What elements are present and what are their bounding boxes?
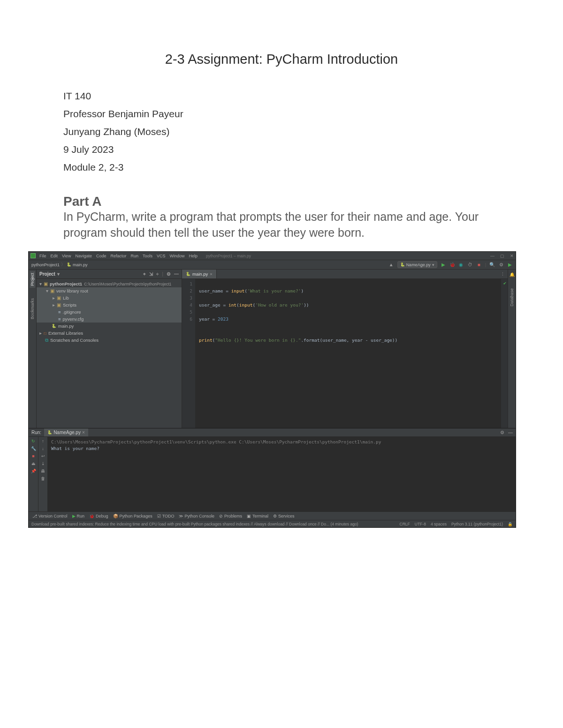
breadcrumb[interactable]: pythonProject1 〉 🐍 main.py bbox=[31, 262, 88, 268]
course-code: IT 140 bbox=[63, 90, 500, 102]
folder-icon: ▣ bbox=[50, 288, 54, 293]
tool-tab-database[interactable]: Database bbox=[509, 286, 515, 308]
bottom-tool-tabs: ⎇Version Control ▶Run 🐞Debug 📦Python Pac… bbox=[29, 511, 516, 520]
menu-run[interactable]: Run bbox=[130, 254, 138, 258]
print-icon[interactable]: 🖶 bbox=[41, 469, 45, 473]
run-tab[interactable]: 🐍 NameAge.py × bbox=[44, 428, 88, 436]
tree-item-label: Scratches and Consoles bbox=[50, 338, 99, 343]
profile-button-icon[interactable]: ⏱ bbox=[467, 262, 473, 268]
tree-lib[interactable]: ▸ ▣ Lib bbox=[37, 294, 182, 301]
menu-edit[interactable]: Edit bbox=[51, 254, 58, 258]
python-file-icon: 🐍 bbox=[52, 324, 56, 329]
chevron-down-icon[interactable]: ▾ bbox=[57, 271, 60, 277]
menu-window[interactable]: Window bbox=[170, 254, 185, 258]
close-tab-icon[interactable]: × bbox=[210, 271, 213, 277]
search-everywhere-icon[interactable]: 🔍 bbox=[489, 262, 495, 268]
run-anything-icon[interactable]: ▶ bbox=[507, 262, 513, 268]
close-button[interactable]: ✕ bbox=[510, 254, 514, 258]
debug-button-icon[interactable]: 🐞 bbox=[449, 262, 455, 268]
python-file-icon: 🐍 bbox=[67, 263, 71, 267]
menu-view[interactable]: View bbox=[62, 254, 71, 258]
coverage-button-icon[interactable]: ◉ bbox=[458, 262, 464, 268]
tool-tab-project[interactable]: Project bbox=[30, 271, 35, 288]
line-number: 5 bbox=[182, 308, 192, 315]
status-message[interactable]: Download pre-built shared indexes: Reduc… bbox=[31, 522, 358, 526]
status-line-sep[interactable]: CRLF bbox=[400, 522, 410, 526]
modify-run-icon[interactable]: 🔧 bbox=[31, 446, 36, 451]
scroll-end-icon[interactable]: ⤓ bbox=[41, 461, 45, 466]
tree-item-label: Lib bbox=[63, 295, 69, 300]
tab-problems[interactable]: ⊘Problems bbox=[219, 514, 242, 518]
project-panel-title: Project bbox=[39, 271, 55, 277]
scratches-icon: ⧉ bbox=[45, 338, 48, 343]
ide-settings-icon[interactable]: ⚙ bbox=[498, 262, 504, 268]
panel-settings-icon[interactable]: ⚙ bbox=[167, 271, 171, 277]
inspection-ok-icon[interactable]: ✔ bbox=[503, 280, 506, 285]
rerun-icon[interactable]: ↻ bbox=[31, 439, 35, 443]
notifications-icon[interactable]: 🔔 bbox=[510, 272, 515, 277]
tab-run[interactable]: ▶Run bbox=[72, 514, 85, 518]
stop-button-icon[interactable]: ■ bbox=[476, 262, 482, 268]
select-opened-file-icon[interactable]: ⌖ bbox=[143, 271, 146, 277]
menu-file[interactable]: File bbox=[39, 254, 46, 258]
menu-code[interactable]: Code bbox=[96, 254, 107, 258]
tab-python-packages[interactable]: 📦Python Packages bbox=[113, 514, 152, 518]
status-indent[interactable]: 4 spaces bbox=[431, 522, 447, 526]
line-number-gutter: 1 2 3 4 5 6 bbox=[182, 279, 195, 428]
tree-scripts[interactable]: ▸ ▣ Scripts bbox=[37, 301, 182, 308]
minimize-button[interactable]: — bbox=[490, 254, 495, 258]
console-line: What is your name? bbox=[51, 445, 512, 452]
tree-external-libs[interactable]: ▸ ⏍ External Libraries bbox=[37, 330, 182, 337]
menu-tools[interactable]: Tools bbox=[143, 254, 152, 258]
status-right: CRLF UTF-8 4 spaces Python 3.11 (pythonP… bbox=[400, 522, 513, 526]
up-stack-icon[interactable]: ↑ bbox=[42, 439, 44, 443]
code-area[interactable]: user_name = input('What is your name?') … bbox=[195, 279, 508, 428]
clear-all-icon[interactable]: 🗑 bbox=[41, 476, 45, 481]
menu-refactor[interactable]: Refactor bbox=[110, 254, 126, 258]
tree-venv[interactable]: ▾ ▣ venv library root bbox=[37, 287, 182, 294]
project-tree: ▾ ▣ pythonProject1 C:\Users\Moses\Pychar… bbox=[37, 279, 182, 345]
editor-tab-label: main.py bbox=[192, 271, 208, 277]
soft-wrap-icon[interactable]: ↩ bbox=[41, 454, 45, 458]
package-icon: 📦 bbox=[113, 514, 118, 518]
status-encoding[interactable]: UTF-8 bbox=[415, 522, 426, 526]
tree-gitignore[interactable]: ≡ .gitignore bbox=[37, 308, 182, 315]
hide-panel-icon[interactable]: — bbox=[174, 271, 179, 277]
tree-root[interactable]: ▾ ▣ pythonProject1 C:\Users\Moses\Pychar… bbox=[37, 280, 182, 287]
stop-icon[interactable]: ■ bbox=[32, 454, 34, 458]
editor-body[interactable]: 1 2 3 4 5 6 user_name = input('What is y… bbox=[182, 279, 508, 428]
tab-debug[interactable]: 🐞Debug bbox=[89, 514, 108, 518]
maximize-button[interactable]: ▢ bbox=[500, 254, 504, 258]
exit-icon[interactable]: ⏏ bbox=[31, 461, 36, 466]
console-output[interactable]: C:\Users\Moses\PycharmProjects\pythonPro… bbox=[47, 437, 516, 511]
tab-version-control[interactable]: ⎇Version Control bbox=[32, 514, 68, 518]
tool-tab-bookmarks[interactable]: Bookmarks bbox=[30, 296, 35, 321]
hide-panel-icon[interactable]: — bbox=[508, 430, 513, 435]
status-interpreter[interactable]: Python 3.11 (pythonProject1) bbox=[451, 522, 503, 526]
tab-terminal[interactable]: ▣Terminal bbox=[247, 514, 268, 518]
expand-all-icon[interactable]: ⇲ bbox=[149, 271, 153, 277]
collapse-all-icon[interactable]: ÷ bbox=[156, 271, 159, 277]
editor-tab-main[interactable]: 🐍 main.py × bbox=[182, 270, 217, 278]
status-lock-icon[interactable]: 🔒 bbox=[508, 522, 513, 526]
user-icon[interactable]: ▲ bbox=[388, 262, 394, 268]
tab-python-console[interactable]: ≫Python Console bbox=[179, 514, 214, 518]
chevron-down-icon: ▾ bbox=[432, 263, 434, 267]
tab-todo[interactable]: ☑TODO bbox=[157, 514, 175, 518]
run-button-icon[interactable]: ▶ bbox=[441, 262, 446, 268]
tab-services[interactable]: ⚙Services bbox=[273, 514, 295, 518]
tree-pyvenvcfg[interactable]: ≡ pyvenv.cfg bbox=[37, 315, 182, 323]
student-name: Junyang Zhang (Moses) bbox=[63, 126, 500, 137]
tree-main-py[interactable]: 🐍 main.py bbox=[37, 323, 182, 330]
menu-vcs[interactable]: VCS bbox=[157, 254, 166, 258]
close-tab-icon[interactable]: × bbox=[82, 430, 85, 435]
run-configuration-selector[interactable]: 🐍 NameAge.py ▾ bbox=[397, 261, 437, 268]
menu-navigate[interactable]: Navigate bbox=[75, 254, 92, 258]
tree-scratches[interactable]: ⧉ Scratches and Consoles bbox=[37, 337, 182, 344]
editor-menu-icon[interactable]: ⋮ bbox=[501, 272, 505, 277]
part-a-description: In PyCharm, write a program that prompts… bbox=[63, 209, 500, 241]
down-stack-icon[interactable]: ↓ bbox=[42, 446, 44, 451]
run-settings-icon[interactable]: ⚙ bbox=[500, 430, 504, 435]
pin-icon[interactable]: 📌 bbox=[31, 469, 36, 473]
menu-help[interactable]: Help bbox=[189, 254, 198, 258]
